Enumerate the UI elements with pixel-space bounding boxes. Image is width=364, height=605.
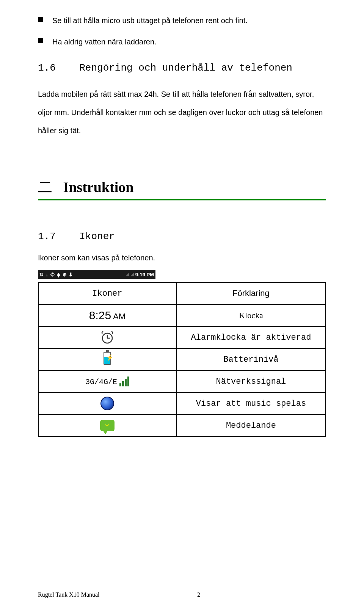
bullet-list: Se till att hålla micro usb uttaget på t… [38,15,326,47]
section-title: Rengöring och underhåll av telefonen [79,62,292,74]
table-row: Visar att music spelas [38,392,326,414]
icon-table: Ikoner Förklaring 8:25 AM Klocka Alarmkl… [38,282,326,437]
header-icons: Ikoner [38,282,176,304]
icon-cell-message: ⌣ [38,414,176,436]
subsection-number: 1.7 [38,231,56,242]
chapter-title: Instruktion [63,179,134,195]
chapter-heading: 二 Instruktion [38,178,326,200]
clock-ampm-text: AM [113,312,126,321]
header-desc: Förklaring [176,282,326,304]
table-row: ⌣ Meddelande [38,414,326,436]
bullet-item: Ha aldrig vatten nära laddaren. [38,36,326,47]
battery-icon: ⚡ [104,352,111,365]
chapter-prefix: 二 [38,179,52,195]
desc-cell: Nätverkssignal [176,370,326,392]
statusbar-right: 9:19 PM [126,272,154,277]
network-label: 3G/4G/E [85,378,117,386]
clock-time-text: 8:25 [89,309,111,321]
table-row: 8:25 AM Klocka [38,304,326,326]
intro-text: Ikoner som kan visas på telefonen. [38,254,326,262]
section-heading: 1.6 Rengöring och underhåll av telefonen [38,62,326,74]
icon-cell-alarm [38,326,176,348]
signal-icon [126,273,129,276]
icon-cell-battery: ⚡ [38,348,176,370]
desc-cell: Meddelande [176,414,326,436]
section-number: 1.6 [38,62,56,74]
desc-cell: Alarmklocka är aktiverad [176,326,326,348]
signal-bars-icon [119,377,129,386]
desc-cell: Visar att music spelas [176,392,326,414]
footer: Rugtel Tank X10 Manual 2 [38,591,326,598]
subsection-title: Ikoner [79,231,115,242]
speaker-icon [100,397,114,410]
section-paragraph: Ladda mobilen på rätt sätt max 24h. Se t… [38,85,326,140]
alarm-icon [100,330,115,345]
desc-cell: Batterinivå [176,348,326,370]
icon-cell-network: 3G/4G/E [38,370,176,392]
icon-cell-clock: 8:25 AM [38,304,176,326]
icon-cell-speaker [38,392,176,414]
message-icon: ⌣ [100,420,115,431]
footer-page: 2 [197,591,326,598]
statusbar-screenshot: ↻ ↓ ✆ ψ ⊕ ⬇ 9:19 PM [38,270,155,279]
statusbar-time: 9:19 PM [135,272,154,277]
signal-icon [130,273,134,276]
footer-title: Rugtel Tank X10 Manual [38,591,197,598]
bullet-item: Se till att hålla micro usb uttaget på t… [38,15,326,26]
table-header-row: Ikoner Förklaring [38,282,326,304]
square-bullet-icon [38,17,43,22]
desc-cell: Klocka [176,304,326,326]
table-row: Alarmklocka är aktiverad [38,326,326,348]
bullet-text: Se till att hålla micro usb uttaget på t… [52,15,248,26]
table-row: ⚡ Batterinivå [38,348,326,370]
square-bullet-icon [38,38,43,43]
bullet-text: Ha aldrig vatten nära laddaren. [52,36,157,47]
statusbar-left-icons: ↻ ↓ ✆ ψ ⊕ ⬇ [39,272,73,277]
subsection-heading: 1.7 Ikoner [38,231,326,242]
table-row: 3G/4G/E Nätverkssignal [38,370,326,392]
